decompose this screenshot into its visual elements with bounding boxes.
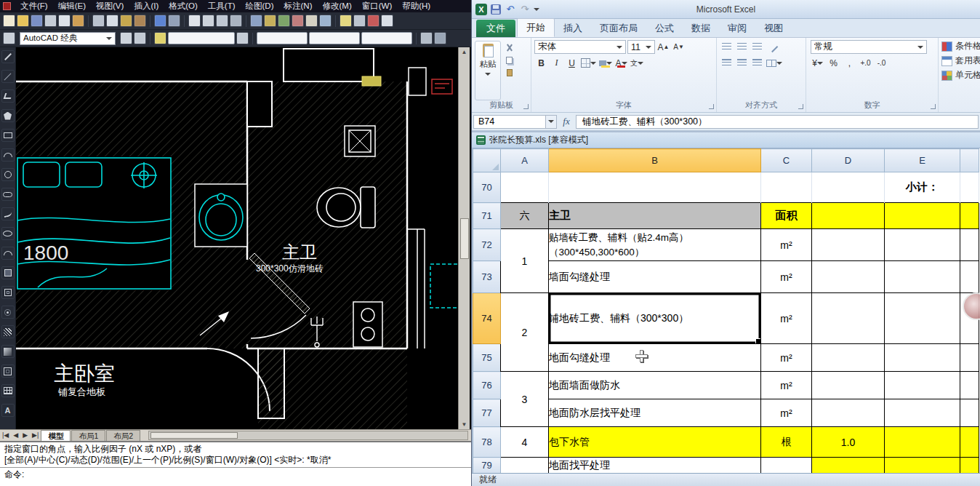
tab-nav-prev-icon[interactable]: ◀ — [11, 430, 20, 441]
row-header-79[interactable]: 79 — [473, 458, 501, 474]
clipboard-dialog-launcher-icon[interactable] — [523, 104, 529, 109]
shrink-font-button[interactable]: A▼ — [672, 40, 686, 54]
decrease-decimal-button[interactable]: -.0 — [875, 56, 888, 70]
cad-menu-item[interactable]: 修改(M) — [317, 1, 356, 12]
italic-button[interactable]: I — [550, 56, 563, 70]
cad-menu-item[interactable]: 视图(V) — [91, 1, 129, 12]
cell-C70[interactable] — [761, 172, 812, 203]
row-header-74[interactable]: 74 — [473, 293, 501, 344]
cell-B72[interactable]: 贴墙砖工费、辅料（贴2.4m高） （300*450,300*600） — [549, 229, 761, 261]
cell-E78[interactable] — [885, 427, 960, 458]
insert-function-icon[interactable]: fx — [557, 116, 576, 127]
cell-D72[interactable] — [812, 229, 885, 261]
cad-tab-model[interactable]: 模型 — [41, 430, 71, 441]
conditional-formatting-button[interactable]: 条件格式 — [941, 40, 980, 52]
col-header-D[interactable]: D — [812, 149, 885, 172]
cad-menu-item[interactable]: 文件(F) — [15, 1, 53, 12]
cell-E71[interactable] — [885, 203, 960, 229]
borders-button[interactable] — [580, 56, 597, 70]
gradient-icon[interactable] — [1, 345, 15, 358]
col-header-F[interactable] — [960, 149, 979, 172]
cell-E72[interactable] — [885, 229, 960, 261]
row-header-75[interactable]: 75 — [473, 344, 501, 372]
cell-A70[interactable] — [501, 172, 549, 203]
format-painter-button[interactable] — [503, 67, 515, 78]
ribbon-tab[interactable]: 审阅 — [719, 20, 755, 37]
font-name-combo[interactable]: 宋体 — [534, 40, 626, 54]
line-tool-icon[interactable] — [1, 50, 15, 63]
redo-icon[interactable] — [168, 15, 180, 27]
cad-drawing-canvas[interactable]: 1800 — [16, 47, 458, 429]
col-header-C[interactable]: C — [761, 149, 812, 172]
plot-icon[interactable] — [44, 15, 57, 27]
row-header-72[interactable]: 72 — [473, 229, 501, 261]
cell-B78[interactable]: 包下水管 — [549, 427, 761, 458]
cell-E70[interactable]: 小计： — [885, 172, 960, 203]
ribbon-tab[interactable]: 开始 — [517, 18, 555, 37]
und o-icon[interactable] — [154, 15, 166, 27]
cell-E79[interactable] — [885, 458, 960, 474]
row-header-73[interactable]: 73 — [473, 261, 501, 293]
cell-D74[interactable] — [812, 293, 885, 344]
undo-icon[interactable]: ↶ — [505, 4, 516, 15]
align-bottom-button[interactable] — [750, 40, 764, 54]
underline-button[interactable]: U — [565, 56, 579, 70]
cell-E74[interactable] — [885, 293, 960, 344]
move-icon[interactable] — [120, 32, 132, 44]
save-icon[interactable] — [31, 15, 43, 27]
circle-icon[interactable] — [1, 168, 15, 181]
fill-color-button[interactable] — [598, 56, 613, 70]
quickcalc-icon[interactable] — [319, 15, 332, 27]
align-right-button[interactable] — [750, 56, 764, 70]
hatch-icon[interactable] — [1, 325, 15, 338]
cell-B73[interactable]: 墙面勾缝处理 — [549, 261, 761, 293]
cell-B71[interactable]: 主卫 — [549, 203, 761, 229]
zoom-window-icon[interactable] — [216, 15, 228, 27]
plot-preview-icon[interactable] — [58, 15, 71, 27]
row-header-71[interactable]: 71 — [473, 203, 501, 229]
cell-F77[interactable] — [960, 399, 979, 427]
cell-styles-button[interactable]: 单元格样式 — [941, 69, 980, 81]
cell-E73[interactable] — [885, 261, 960, 293]
row-header-76[interactable]: 76 — [473, 372, 501, 399]
workspace-combo[interactable]: AutoCAD 经典 — [20, 32, 116, 45]
cell-A71[interactable]: 六 — [501, 203, 549, 229]
bold-button[interactable]: B — [534, 56, 548, 70]
cell-C74[interactable]: m² — [761, 293, 812, 344]
align-left-button[interactable] — [720, 56, 734, 70]
cell-A74[interactable]: 2 — [501, 293, 549, 372]
layer-control-combo[interactable] — [168, 32, 235, 44]
dim-style-icon[interactable] — [367, 15, 379, 27]
cell-D79[interactable] — [812, 458, 885, 474]
cell-C71[interactable]: 面积 — [761, 203, 812, 229]
tab-nav-first-icon[interactable]: |◀ — [0, 430, 11, 441]
open-file-icon[interactable] — [17, 15, 29, 27]
cell-E77[interactable] — [885, 399, 960, 427]
ellipse-icon[interactable] — [1, 227, 15, 240]
cell-E76[interactable] — [885, 372, 960, 399]
merge-center-button[interactable] — [766, 56, 783, 70]
row-header-77[interactable]: 77 — [473, 399, 501, 427]
cad-horizontal-scrollbar[interactable] — [148, 431, 468, 440]
zoom-realtime-icon[interactable] — [202, 15, 214, 27]
text-style-manager-icon[interactable] — [434, 32, 446, 44]
cad-menu-item[interactable]: 窗口(W) — [357, 1, 398, 12]
col-header-A[interactable]: A — [501, 149, 549, 172]
cell-B70[interactable] — [549, 172, 761, 203]
revision-cloud-icon[interactable] — [1, 188, 15, 201]
cad-menu-item[interactable]: 格式(O) — [164, 1, 203, 12]
polyline-icon[interactable] — [1, 89, 15, 103]
ribbon-tab-file[interactable]: 文件 — [476, 20, 515, 37]
table-icon[interactable] — [1, 384, 15, 397]
tab-nav-next-icon[interactable]: ▶ — [20, 430, 30, 441]
scroll-down-icon[interactable]: ▼ — [462, 421, 467, 428]
cell-D71[interactable] — [812, 203, 885, 229]
cell-D77[interactable] — [812, 399, 885, 427]
number-format-combo[interactable]: 常规 — [811, 40, 927, 54]
cut-icon[interactable] — [92, 15, 105, 27]
cell-A78[interactable]: 4 — [501, 427, 549, 458]
cell-C76[interactable]: m² — [761, 372, 812, 399]
align-center-button[interactable] — [735, 56, 749, 70]
col-header-B[interactable]: B — [549, 149, 761, 172]
cell-F72[interactable] — [960, 229, 979, 261]
